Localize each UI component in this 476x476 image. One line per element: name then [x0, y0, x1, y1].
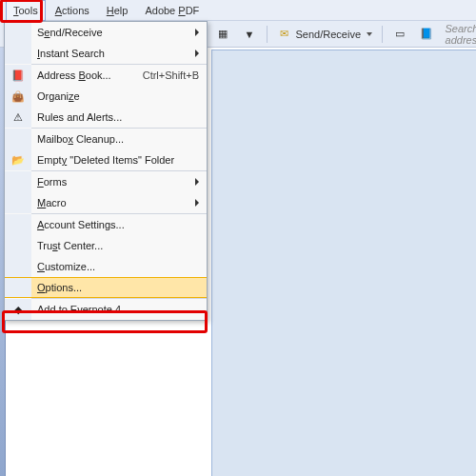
menu-item-add-to-evernote-4[interactable]: ◆Add to Evernote 4: [5, 299, 207, 320]
search-placeholder[interactable]: Search address: [446, 23, 476, 46]
menu-item-empty-deleted-items-folder[interactable]: 📂Empty "Deleted Items" Folder: [5, 149, 207, 170]
toolbar-button-unknown-3[interactable]: ▭: [388, 25, 411, 44]
menu-item-label: Add to Evernote 4: [31, 304, 199, 315]
card-icon: ▭: [392, 27, 407, 42]
menu-item-label: Instant Search: [31, 48, 191, 59]
menu-item-shortcut: Ctrl+Shift+B: [135, 69, 199, 81]
chevron-right-icon: [195, 178, 199, 186]
menu-item-macro[interactable]: Macro: [5, 192, 207, 213]
menubar-item-tools[interactable]: Tools: [6, 0, 46, 21]
chevron-down-icon: [367, 32, 372, 36]
menu-item-instant-search[interactable]: Instant Search: [5, 43, 207, 64]
menu-item-organize[interactable]: 👜Organize: [5, 86, 207, 107]
toolbar-button-unknown-2[interactable]: ▼: [238, 25, 261, 44]
book-icon: 📕: [10, 68, 26, 83]
menu-item-trust-center[interactable]: Trust Center...: [5, 235, 207, 256]
menu-item-label: Organize: [31, 90, 199, 102]
menubar-item-help[interactable]: Help: [99, 0, 136, 21]
menu-item-forms[interactable]: Forms: [5, 171, 207, 192]
grid-icon: ▦: [215, 27, 230, 42]
menubar: Tools Actions Help Adobe PDF: [0, 0, 476, 21]
send-receive-label: Send/Receive: [296, 29, 362, 40]
send-receive-button[interactable]: ✉ Send/Receive: [273, 25, 377, 44]
menu-item-address-book[interactable]: 📕Address Book...Ctrl+Shift+B: [5, 65, 207, 86]
menu-item-customize[interactable]: Customize...: [5, 256, 207, 277]
menu-item-label: Mailbox Cleanup...: [31, 133, 199, 145]
evernote-icon: ◆: [10, 302, 26, 317]
menubar-item-adobe-pdf[interactable]: Adobe PDF: [137, 0, 207, 21]
menu-item-account-settings[interactable]: Account Settings...: [5, 214, 207, 235]
reading-pane: [211, 50, 476, 476]
menu-item-label: Forms: [31, 176, 191, 188]
book-icon: 📘: [419, 27, 434, 42]
bag-icon: 👜: [10, 89, 26, 104]
menu-item-label: Trust Center...: [31, 240, 199, 251]
menu-item-label: Rules and Alerts...: [31, 111, 199, 123]
folder-icon: 📂: [10, 152, 26, 168]
address-book-button[interactable]: 📘: [415, 25, 438, 44]
flag-icon: ▼: [242, 27, 257, 42]
menu-item-label: Address Book...: [31, 69, 135, 81]
menu-item-label: Options...: [31, 282, 199, 293]
bell-icon: ⚠: [10, 109, 26, 125]
menu-item-rules-and-alerts[interactable]: ⚠Rules and Alerts...: [5, 107, 207, 128]
chevron-right-icon: [195, 199, 199, 207]
toolbar-button-unknown-1[interactable]: ▦: [211, 25, 234, 44]
chevron-right-icon: [195, 50, 199, 57]
envelope-icon: ✉: [277, 27, 292, 42]
menu-item-send-receive[interactable]: Send/Receive: [5, 22, 207, 43]
toolbar-separator: [267, 26, 268, 43]
menu-item-label: Send/Receive: [31, 27, 191, 38]
menu-item-label: Account Settings...: [31, 219, 199, 230]
menu-item-label: Customize...: [31, 261, 199, 272]
menu-item-mailbox-cleanup[interactable]: Mailbox Cleanup...: [5, 129, 207, 149]
toolbar-separator: [382, 26, 383, 43]
menubar-item-actions[interactable]: Actions: [48, 0, 97, 21]
menu-item-options[interactable]: Options...: [5, 277, 207, 298]
menu-item-label: Empty "Deleted Items" Folder: [31, 154, 199, 166]
chevron-right-icon: [195, 29, 199, 36]
menu-item-label: Macro: [31, 197, 191, 208]
tools-menu-dropdown: Send/ReceiveInstant Search📕Address Book.…: [4, 21, 208, 321]
